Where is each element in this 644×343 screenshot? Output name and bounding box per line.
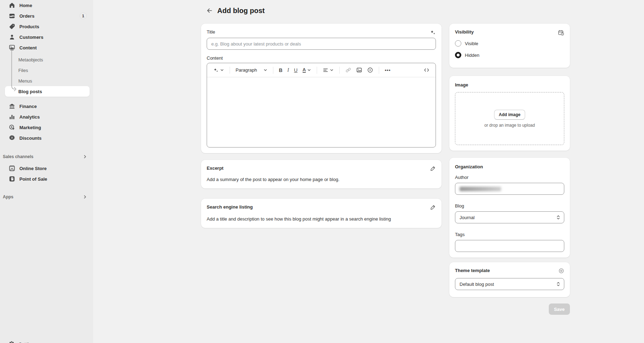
home-icon xyxy=(8,2,16,9)
redacted-author-value xyxy=(460,187,501,191)
toolbar-divider xyxy=(379,67,379,74)
sidebar-item-content[interactable]: Content xyxy=(5,42,90,53)
discounts-badge-icon xyxy=(8,134,16,142)
insert-image-button[interactable] xyxy=(354,66,364,74)
sidebar-item-blog-posts[interactable]: Blog posts xyxy=(5,86,90,97)
visibility-card: Visibility Visible Hidden xyxy=(449,24,570,68)
underline-button[interactable]: U xyxy=(292,66,299,74)
bold-button[interactable]: B xyxy=(277,66,284,74)
theme-template-value: Default blog post xyxy=(460,282,494,287)
edit-pencil-icon[interactable] xyxy=(430,166,436,172)
products-tag-icon xyxy=(8,23,16,30)
sidebar-item-discounts[interactable]: Discounts xyxy=(5,133,90,143)
sales-channels-list: Online Store Point of Sale xyxy=(0,163,93,184)
code-icon xyxy=(424,67,430,73)
content-subnav: Metaobjects Files Menus Blog posts xyxy=(0,53,93,98)
sidebar-item-marketing[interactable]: Marketing xyxy=(5,122,90,133)
back-button[interactable] xyxy=(205,6,214,15)
excerpt-title: Excerpt xyxy=(207,166,224,171)
sidebar-item-finance[interactable]: Finance xyxy=(5,101,90,112)
visibility-option-hidden[interactable]: Hidden xyxy=(455,51,564,59)
theme-template-select[interactable]: Default blog post xyxy=(455,278,564,290)
point-of-sale-icon xyxy=(8,175,16,182)
content-label: Content xyxy=(207,55,436,61)
radio-checked-icon xyxy=(455,52,461,58)
more-options-button[interactable]: ••• xyxy=(383,66,393,74)
select-updown-icon xyxy=(556,215,560,220)
blog-select[interactable]: Journal xyxy=(455,211,564,223)
alignment-button[interactable] xyxy=(321,66,335,74)
visibility-title: Visibility xyxy=(455,29,474,35)
title-content-card: Title Content xyxy=(201,24,442,153)
sidebar-item-label: Products xyxy=(19,24,39,29)
align-left-icon xyxy=(323,67,328,73)
theme-template-title: Theme template xyxy=(455,268,490,273)
toolbar-divider xyxy=(317,67,317,74)
sidebar-item-analytics[interactable]: Analytics xyxy=(5,112,90,122)
sidebar-item-label: Content xyxy=(19,45,37,50)
link-icon xyxy=(345,67,351,73)
finance-bank-icon xyxy=(8,103,16,110)
chevron-right-icon xyxy=(83,194,87,199)
excerpt-description: Add a summary of the post to appear on y… xyxy=(207,176,436,183)
author-input[interactable] xyxy=(455,183,564,195)
chevron-down-icon xyxy=(263,68,267,72)
preview-eye-icon[interactable] xyxy=(558,268,564,274)
apps-header[interactable]: Apps xyxy=(0,193,93,201)
orders-icon xyxy=(8,12,16,19)
sidebar-item-settings[interactable]: Settings xyxy=(5,339,37,343)
title-input[interactable] xyxy=(207,38,436,50)
toolbar-divider xyxy=(230,67,230,74)
tags-input[interactable] xyxy=(455,240,564,252)
add-image-button[interactable]: Add image xyxy=(494,110,525,120)
text-color-button[interactable]: A xyxy=(301,66,313,74)
blog-label: Blog xyxy=(455,203,564,209)
paragraph-style-dropdown[interactable]: Paragraph xyxy=(234,66,269,74)
tags-label: Tags xyxy=(455,232,564,237)
edit-pencil-icon[interactable] xyxy=(430,204,436,210)
sidebar-item-products[interactable]: Products xyxy=(5,21,90,32)
ai-assist-button[interactable] xyxy=(211,66,226,74)
image-dropzone[interactable]: Add image or drop an image to upload xyxy=(455,92,564,145)
chevron-down-icon xyxy=(220,68,224,72)
play-circle-icon xyxy=(367,67,373,73)
sidebar-item-files[interactable]: Files xyxy=(5,65,90,76)
page-header: Add blog post xyxy=(201,0,570,24)
main-navigation: Home Orders 1 Products Customers C xyxy=(0,0,93,201)
select-updown-icon xyxy=(556,282,560,287)
seo-title: Search engine listing xyxy=(207,204,253,210)
sidebar-item-orders[interactable]: Orders 1 xyxy=(5,11,90,21)
sidebar-item-online-store[interactable]: Online Store xyxy=(5,163,90,174)
content-editor-body[interactable] xyxy=(207,77,436,147)
image-title: Image xyxy=(455,82,468,88)
schedule-calendar-clock-icon[interactable] xyxy=(558,29,564,36)
insert-link-button[interactable] xyxy=(344,66,353,74)
orders-count-badge: 1 xyxy=(80,13,87,19)
sidebar-item-metaobjects[interactable]: Metaobjects xyxy=(5,54,90,65)
sales-channels-header[interactable]: Sales channels xyxy=(0,152,93,161)
blog-select-value: Journal xyxy=(460,215,475,220)
title-label: Title xyxy=(207,29,215,35)
chevron-down-icon xyxy=(307,68,311,72)
search-engine-listing-card: Search engine listing Add a title and de… xyxy=(201,199,442,228)
code-view-button[interactable] xyxy=(422,66,431,74)
visibility-option-visible[interactable]: Visible xyxy=(455,39,564,48)
drop-hint-text: or drop an image to upload xyxy=(484,123,535,128)
chevron-down-icon xyxy=(330,68,334,72)
sidebar-item-point-of-sale[interactable]: Point of Sale xyxy=(5,174,90,184)
sidebar-item-home[interactable]: Home xyxy=(5,0,90,11)
insert-video-button[interactable] xyxy=(365,66,375,74)
italic-button[interactable]: I xyxy=(286,66,291,74)
sidebar-item-menus[interactable]: Menus xyxy=(5,76,90,86)
secondary-navigation: Finance Analytics Marketing Discounts xyxy=(0,101,93,143)
theme-template-card: Theme template Default blog post xyxy=(449,262,570,297)
sidebar-item-label: Customers xyxy=(19,35,43,40)
seo-description: Add a title and description to see how t… xyxy=(207,216,436,222)
online-store-icon xyxy=(8,165,16,172)
save-button[interactable]: Save xyxy=(549,303,570,315)
sidebar-item-customers[interactable]: Customers xyxy=(5,32,90,42)
marketing-target-icon xyxy=(8,124,16,131)
analytics-bars-icon xyxy=(8,113,16,120)
rich-text-editor: Paragraph B I U A xyxy=(207,63,436,148)
ai-sparkle-icon[interactable] xyxy=(430,29,436,36)
